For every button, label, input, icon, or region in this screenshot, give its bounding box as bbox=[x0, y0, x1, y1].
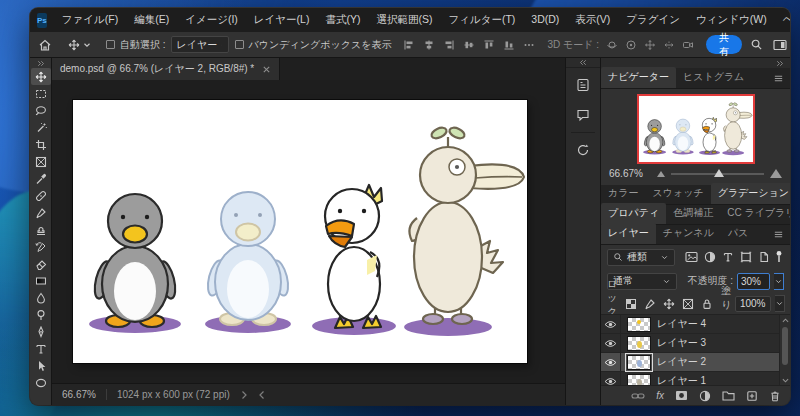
filter-smart-objects-icon[interactable] bbox=[758, 251, 770, 263]
menu-view[interactable]: 表示(V) bbox=[568, 10, 617, 30]
comments-panel-icon[interactable] bbox=[569, 102, 597, 128]
toolbar-expand-icon[interactable] bbox=[30, 59, 51, 68]
visibility-toggle[interactable] bbox=[601, 353, 621, 371]
menu-select[interactable]: 選択範囲(S) bbox=[369, 10, 439, 30]
tool-brush[interactable] bbox=[31, 204, 51, 221]
layer-style-fx-icon[interactable]: fx bbox=[656, 390, 664, 401]
menu-file[interactable]: ファイル(F) bbox=[55, 10, 125, 30]
more-options-icon[interactable] bbox=[523, 39, 535, 51]
scrollbar-track[interactable] bbox=[780, 325, 790, 375]
filter-type-layers-icon[interactable] bbox=[722, 251, 734, 263]
tool-frame[interactable] bbox=[31, 153, 51, 170]
menu-layer[interactable]: レイヤー(L) bbox=[247, 10, 317, 30]
align-center-horizontal-icon[interactable] bbox=[423, 39, 435, 51]
document-tab[interactable]: demo.psd @ 66.7% (レイヤー 2, RGB/8#) * bbox=[52, 58, 280, 80]
close-tab-icon[interactable] bbox=[262, 65, 271, 74]
learn-panel-icon[interactable] bbox=[569, 72, 597, 98]
filter-shape-layers-icon[interactable] bbox=[740, 251, 752, 263]
layer-row-selected[interactable]: レイヤー 2 bbox=[601, 353, 779, 372]
tool-move[interactable] bbox=[31, 68, 51, 85]
tab-properties[interactable]: プロパティ bbox=[601, 203, 666, 224]
fill-input[interactable]: 100% bbox=[735, 296, 771, 312]
3d-roll-icon[interactable] bbox=[625, 39, 637, 51]
3d-camera-icon[interactable] bbox=[682, 39, 694, 51]
status-chevron-left-icon[interactable] bbox=[258, 390, 266, 400]
panel-menu-icon[interactable] bbox=[767, 73, 790, 88]
filter-adjustment-layers-icon[interactable] bbox=[704, 251, 716, 263]
history-panel-icon[interactable] bbox=[569, 137, 597, 163]
align-middle-icon[interactable] bbox=[463, 39, 475, 51]
3d-pan-icon[interactable] bbox=[644, 39, 656, 51]
tool-pen[interactable] bbox=[31, 323, 51, 340]
layer-thumbnail[interactable] bbox=[627, 374, 651, 386]
scroll-up-icon[interactable] bbox=[780, 315, 790, 325]
lock-all-icon[interactable] bbox=[701, 298, 713, 310]
tool-history-brush[interactable] bbox=[31, 238, 51, 255]
navigator-zoom-value[interactable]: 66.67% bbox=[609, 168, 651, 179]
menu-filter[interactable]: フィルター(T) bbox=[441, 10, 522, 30]
align-left-icon[interactable] bbox=[403, 39, 415, 51]
tool-path-select[interactable] bbox=[31, 357, 51, 374]
new-group-folder-icon[interactable] bbox=[722, 390, 735, 401]
menu-3d[interactable]: 3D(D) bbox=[524, 10, 566, 30]
lock-artboard-icon[interactable] bbox=[682, 298, 694, 310]
tab-color[interactable]: カラー bbox=[601, 183, 645, 204]
tool-lasso[interactable] bbox=[31, 102, 51, 119]
layer-thumbnail[interactable] bbox=[627, 336, 651, 351]
tool-crop[interactable] bbox=[31, 136, 51, 153]
menu-window[interactable]: ウィンドウ(W) bbox=[689, 10, 774, 30]
status-chevron-right-icon[interactable] bbox=[240, 390, 248, 400]
zoom-out-icon[interactable] bbox=[657, 171, 665, 177]
tool-eyedropper[interactable] bbox=[31, 170, 51, 187]
show-bounding-box-checkbox[interactable] bbox=[235, 40, 244, 49]
layer-row[interactable]: レイヤー 1 bbox=[601, 372, 779, 385]
auto-select-dropdown[interactable]: レイヤー bbox=[171, 36, 229, 53]
tab-swatches[interactable]: スウォッチ bbox=[645, 183, 710, 204]
auto-select-checkbox[interactable] bbox=[106, 40, 115, 49]
tool-magic-wand[interactable] bbox=[31, 119, 51, 136]
tab-channels[interactable]: チャンネル bbox=[656, 223, 721, 244]
add-layer-mask-icon[interactable] bbox=[675, 390, 688, 401]
menu-image[interactable]: イメージ(I) bbox=[178, 10, 245, 30]
tool-eraser[interactable] bbox=[31, 255, 51, 272]
3d-orbit-icon[interactable] bbox=[606, 39, 618, 51]
opacity-input[interactable]: 30% bbox=[737, 273, 770, 290]
filter-toggle-pin-icon[interactable] bbox=[774, 250, 784, 264]
opacity-dropdown-icon[interactable] bbox=[774, 273, 784, 290]
visibility-toggle[interactable] bbox=[601, 372, 621, 385]
filter-pixel-layers-icon[interactable] bbox=[685, 251, 698, 263]
menu-type[interactable]: 書式(Y) bbox=[318, 10, 367, 30]
dock-expand-icon[interactable] bbox=[566, 58, 600, 68]
scrollbar-thumb[interactable] bbox=[782, 327, 788, 365]
status-zoom-field[interactable]: 66.67% bbox=[62, 389, 107, 400]
layer-row[interactable]: レイヤー 3 bbox=[601, 334, 779, 353]
home-icon[interactable] bbox=[36, 36, 54, 54]
share-button[interactable]: 共有 bbox=[706, 35, 742, 54]
navigator-zoom-slider[interactable] bbox=[671, 173, 764, 175]
tab-cc-libraries[interactable]: CC ライブラリ bbox=[720, 203, 790, 224]
visibility-toggle[interactable] bbox=[601, 315, 621, 333]
tab-histogram[interactable]: ヒストグラム bbox=[676, 67, 751, 88]
align-right-icon[interactable] bbox=[443, 39, 455, 51]
link-layers-icon[interactable] bbox=[631, 391, 645, 401]
align-bottom-icon[interactable] bbox=[503, 39, 515, 51]
menu-edit[interactable]: 編集(E) bbox=[127, 10, 176, 30]
delete-layer-icon[interactable] bbox=[769, 390, 781, 402]
menu-help[interactable]: ヘルプ(H) bbox=[776, 10, 790, 30]
tab-layers[interactable]: レイヤー bbox=[601, 223, 656, 244]
align-top-icon[interactable] bbox=[483, 39, 495, 51]
tool-dodge[interactable] bbox=[31, 306, 51, 323]
layer-filter-dropdown[interactable]: 種類 bbox=[607, 249, 675, 266]
layer-thumbnail[interactable] bbox=[627, 355, 651, 370]
tool-healing-brush[interactable] bbox=[31, 187, 51, 204]
tab-gradients[interactable]: グラデーション bbox=[711, 183, 790, 204]
tab-paths[interactable]: パス bbox=[721, 223, 755, 244]
blend-mode-dropdown[interactable]: 通常 bbox=[607, 273, 677, 290]
tool-type[interactable] bbox=[31, 340, 51, 357]
search-icon[interactable] bbox=[748, 36, 765, 53]
lock-position-icon[interactable] bbox=[663, 298, 675, 310]
tab-navigator[interactable]: ナビゲーター bbox=[601, 67, 676, 88]
3d-slide-icon[interactable] bbox=[663, 39, 675, 51]
fill-dropdown-icon[interactable] bbox=[775, 295, 785, 312]
layer-row[interactable]: レイヤー 4 bbox=[601, 315, 779, 334]
